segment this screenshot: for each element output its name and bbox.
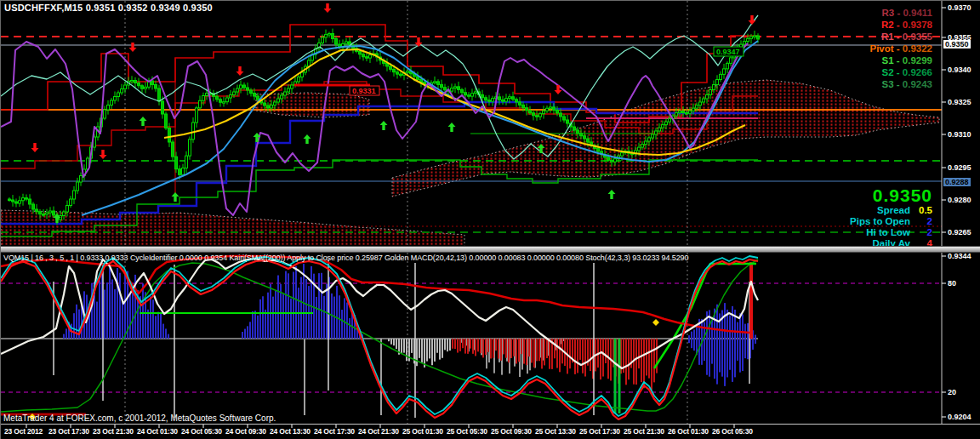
time-axis[interactable]: 23 Oct 201223 Oct 17:3023 Oct 21:3024 Oc… <box>1 425 980 439</box>
candle <box>26 198 28 200</box>
candle <box>488 100 491 102</box>
candle <box>645 141 647 145</box>
candle <box>332 34 334 39</box>
osc-histogram-bar <box>579 339 581 360</box>
candle <box>516 100 518 102</box>
panel-splitter[interactable] <box>1 246 980 253</box>
osc-histogram-bar <box>653 339 655 382</box>
pivot-value: 0.9299 <box>903 55 932 66</box>
time-axis-label: 26 Oct 05:30 <box>712 427 753 436</box>
osc-histogram-bar <box>503 339 504 354</box>
osc-histogram-bar <box>444 339 446 350</box>
osc-histogram-bar <box>419 339 420 358</box>
osc-axis-label: 80 <box>948 279 956 288</box>
ichimoku-cloud <box>392 80 939 197</box>
candle <box>366 57 368 59</box>
osc-histogram-bar <box>270 284 271 339</box>
candle <box>277 99 280 102</box>
indicator-line-donchian_lower_green <box>1 160 758 237</box>
candle <box>744 42 746 45</box>
osc-histogram-bar <box>109 267 111 339</box>
osc-histogram-bar <box>528 339 530 356</box>
candle <box>53 211 55 215</box>
osc-histogram-bar <box>691 332 692 339</box>
candle <box>706 95 709 100</box>
signal-dot-icon <box>652 319 659 326</box>
candle <box>754 36 756 37</box>
osc-histogram-bar <box>505 339 507 358</box>
osc-axis-label: 20 <box>948 388 956 396</box>
time-axis-label: 24 Oct 17:30 <box>314 427 355 436</box>
candle <box>468 95 470 97</box>
time-axis-label: 25 Oct 01:30 <box>402 427 443 436</box>
info-value: 2 <box>910 216 932 227</box>
osc-histogram-bar <box>275 291 276 339</box>
market-info-rows: Spread0.5Pips to Open2Hi to Low2Daily Av… <box>850 205 932 249</box>
osc-histogram-bar <box>396 339 397 349</box>
time-axis-label: 24 Oct 13:30 <box>270 427 311 436</box>
osc-histogram-bar <box>388 339 390 341</box>
osc-histogram-bar <box>114 289 116 339</box>
osc-histogram-bar <box>288 273 289 339</box>
candle <box>216 96 219 100</box>
chart-canvas[interactable]: 0.93310.9347 <box>1 1 980 439</box>
candle <box>621 153 624 157</box>
candle <box>716 80 719 85</box>
candle <box>556 110 559 113</box>
candle <box>584 136 586 139</box>
osc-histogram-bar <box>526 339 527 365</box>
osc-axis-label: 0.9204 <box>948 413 971 421</box>
time-axis-label: 25 Oct 21:30 <box>624 427 664 436</box>
osc-histogram-bar <box>429 339 430 358</box>
candle <box>362 54 365 57</box>
osc-histogram-bar <box>424 339 425 368</box>
candle <box>730 58 732 64</box>
candle <box>396 72 399 75</box>
candle <box>325 35 328 37</box>
osc-histogram-bar <box>744 339 746 358</box>
osc-histogram-bar <box>290 299 292 339</box>
current-price: 0.9350 <box>850 185 932 205</box>
price-axis-highlight: 0.9288 <box>943 178 971 186</box>
candle <box>80 176 83 183</box>
osc-histogram-bar <box>554 339 556 358</box>
price-tag-text: 0.9331 <box>352 87 376 95</box>
osc-histogram-bar <box>431 339 433 365</box>
osc-histogram-bar <box>168 334 169 339</box>
osc-histogram-bar <box>500 339 502 361</box>
candle <box>223 102 225 104</box>
candle <box>165 114 168 128</box>
time-axis-label: 25 Oct 09:30 <box>491 427 532 436</box>
sell-arrow-icon <box>236 66 244 76</box>
price-axis-label: 0.9295 <box>948 163 971 172</box>
candle <box>509 97 511 99</box>
osc-histogram-bar <box>538 339 540 361</box>
osc-histogram-bar <box>729 315 731 339</box>
osc-histogram-bar <box>390 339 392 345</box>
pivot-label: S3 - <box>882 79 903 89</box>
osc-histogram-bar <box>729 339 731 370</box>
candle <box>131 81 134 83</box>
price-axis-sub[interactable]: 0.934480200.9204 <box>942 253 980 424</box>
osc-histogram-bar <box>442 339 443 358</box>
osc-histogram-bar <box>157 312 159 339</box>
price-axis-highlight: 0.9350 <box>943 40 971 48</box>
osc-histogram-bar <box>737 339 738 361</box>
osc-histogram-bar <box>559 339 561 372</box>
osc-histogram-bar <box>724 339 726 386</box>
osc-histogram-bar <box>716 339 718 385</box>
candle <box>434 82 436 83</box>
osc-histogram-bar <box>117 268 118 339</box>
osc-histogram-bar <box>648 339 650 379</box>
osc-histogram-bar <box>482 339 484 357</box>
buy-arrow-icon <box>608 190 616 199</box>
candle <box>648 138 651 141</box>
osc-histogram-bar <box>129 293 131 339</box>
price-axis-main[interactable]: 0.93700.93550.93400.93250.93100.92950.92… <box>942 1 980 246</box>
candle <box>175 157 178 169</box>
osc-histogram-bar <box>688 339 690 343</box>
candle <box>451 88 453 92</box>
osc-histogram-bar <box>401 339 402 354</box>
candle <box>267 105 270 108</box>
time-axis-label: 25 Oct 13:30 <box>535 427 576 436</box>
